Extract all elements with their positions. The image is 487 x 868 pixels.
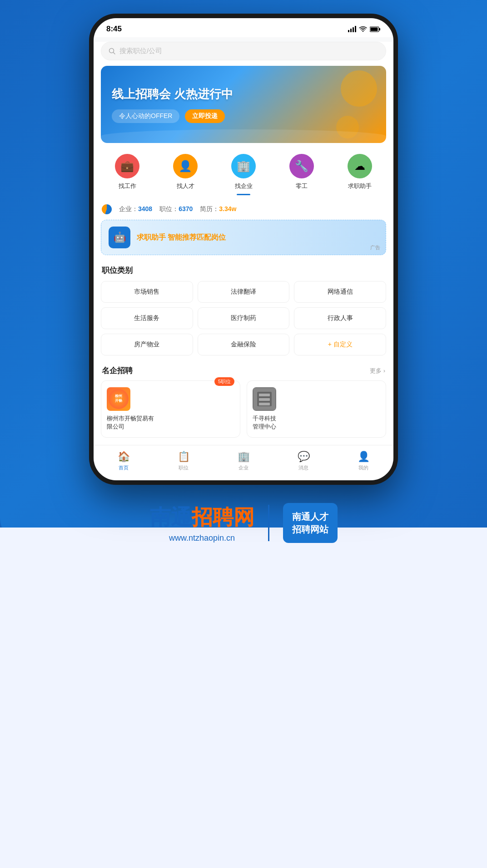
banner-wave xyxy=(101,129,386,143)
bottom-branding: 南通招聘网 www.ntzhaopin.cn 南通人才 招聘网站 xyxy=(150,503,338,543)
find-talent-label: 找人才 xyxy=(177,182,194,190)
nav-home[interactable]: 🏠 首页 xyxy=(118,451,130,471)
find-talent-icon: 👤 xyxy=(173,154,198,178)
home-icon: 🏠 xyxy=(118,451,130,463)
active-indicator xyxy=(237,194,250,195)
companies-header: 名企招聘 更多 › xyxy=(94,362,393,380)
job-assistant-icon: ☁ xyxy=(348,154,372,178)
battery-icon xyxy=(370,26,381,32)
icon-find-talent[interactable]: 👤 找人才 xyxy=(167,154,204,195)
companies-more-button[interactable]: 更多 › xyxy=(370,367,385,375)
svg-rect-13 xyxy=(259,403,270,405)
enterprise-nav-icon: 🏢 xyxy=(238,451,250,463)
company-logo-2 xyxy=(253,387,276,411)
brand-name-part1: 南通 xyxy=(150,503,192,532)
svg-text:柳州: 柳州 xyxy=(114,394,122,398)
status-time: 8:45 xyxy=(106,25,122,34)
banner-subtitle-text: 令人心动的OFFER xyxy=(112,109,179,123)
nav-profile[interactable]: 👤 我的 xyxy=(358,451,370,471)
company-logo-1: 柳州 开畅 xyxy=(107,387,130,411)
search-bar[interactable]: 搜索职位/公司 xyxy=(101,42,386,60)
ai-robot-icon: 🤖 xyxy=(109,227,130,248)
svg-rect-3 xyxy=(371,27,378,31)
part-time-label: 零工 xyxy=(296,182,308,190)
company-name-2: 千寻科技管理中心 xyxy=(253,414,380,431)
banner-decoration xyxy=(341,70,377,107)
category-item[interactable]: 网络通信 xyxy=(294,281,386,303)
svg-line-5 xyxy=(114,52,115,54)
nav-positions[interactable]: 📋 职位 xyxy=(178,451,190,471)
find-enterprise-label: 找企业 xyxy=(235,182,253,190)
banner-title: 线上招聘会 火热进行中 xyxy=(112,86,375,102)
signal-icon xyxy=(348,26,356,32)
search-placeholder: 搜索职位/公司 xyxy=(119,47,162,55)
enterprise-stat: 企业：3408 xyxy=(119,205,152,213)
nav-enterprise[interactable]: 🏢 企业 xyxy=(238,451,250,471)
companies-section-title: 名企招聘 xyxy=(102,365,133,376)
profile-icon: 👤 xyxy=(358,451,370,463)
company-name-1: 柳州市开畅贸易有限公司 xyxy=(107,414,234,431)
company-logo-img-2 xyxy=(253,387,276,411)
icon-part-time[interactable]: 🔧 零工 xyxy=(283,154,320,195)
category-item[interactable]: 医疗制药 xyxy=(198,307,290,329)
phone-frame: 8:45 xyxy=(89,14,398,485)
brand-left: 南通招聘网 www.ntzhaopin.cn xyxy=(150,503,254,543)
phone-content: 搜索职位/公司 线上招聘会 火热进行中 令人心动的OFFER 立即投递 xyxy=(94,37,393,445)
category-item[interactable]: 房产物业 xyxy=(101,334,193,355)
svg-point-0 xyxy=(363,31,363,32)
status-icons xyxy=(348,26,381,32)
status-bar: 8:45 xyxy=(94,18,393,37)
categories-section-title: 职位类别 xyxy=(94,261,393,281)
category-custom-item[interactable]: + 自定义 xyxy=(294,334,386,355)
category-grid: 市场销售 法律翻译 网络通信 生活服务 医疗制药 行政人事 房产物业 金融保险 … xyxy=(94,281,393,362)
icon-find-enterprise[interactable]: 🏢 找企业 xyxy=(225,154,262,195)
category-item[interactable]: 金融保险 xyxy=(198,334,290,355)
icon-grid: 💼 找工作 👤 找人才 🏢 找企业 🔧 零工 xyxy=(94,150,393,201)
company-card-2[interactable]: 千寻科技管理中心 xyxy=(247,380,386,438)
chevron-right-icon: › xyxy=(383,367,385,374)
category-item[interactable]: 生活服务 xyxy=(101,307,193,329)
phone-mockup: 8:45 xyxy=(89,14,398,485)
nav-messages[interactable]: 💬 消息 xyxy=(298,451,310,471)
svg-rect-2 xyxy=(379,28,380,30)
icon-find-job[interactable]: 💼 找工作 xyxy=(109,154,145,195)
company-logo-img-1: 柳州 开畅 xyxy=(107,387,130,411)
job-assistant-label: 求职助手 xyxy=(348,182,372,190)
icon-job-assistant[interactable]: ☁ 求职助手 xyxy=(342,154,378,195)
nav-positions-label: 职位 xyxy=(179,464,189,471)
ai-banner[interactable]: 🤖 求职助手 智能推荐匹配岗位 广告 xyxy=(101,220,386,255)
find-job-icon: 💼 xyxy=(115,154,139,178)
brand-badge-line2: 招聘网站 xyxy=(292,523,328,536)
svg-text:开畅: 开畅 xyxy=(114,399,122,403)
brand-badge-line1: 南通人才 xyxy=(292,510,328,523)
stats-row: 企业：3408 职位：6370 简历：3.34w xyxy=(94,201,393,220)
find-enterprise-icon: 🏢 xyxy=(231,154,256,178)
brand-divider xyxy=(268,505,269,541)
positions-icon: 📋 xyxy=(178,451,190,463)
bottom-nav: 🏠 首页 📋 职位 🏢 企业 💬 消息 👤 我的 xyxy=(94,445,393,480)
ai-title: 求职助手 智能推荐匹配岗位 xyxy=(137,233,226,242)
ai-banner-text: 求职助手 智能推荐匹配岗位 xyxy=(137,233,226,242)
brand-badge: 南通人才 招聘网站 xyxy=(283,503,338,543)
companies-row: 5职位 xyxy=(94,380,393,445)
company-card-1[interactable]: 5职位 xyxy=(101,380,240,438)
phone-scroll: 搜索职位/公司 线上招聘会 火热进行中 令人心动的OFFER 立即投递 xyxy=(94,42,393,445)
banner-subtitle: 令人心动的OFFER 立即投递 xyxy=(112,109,375,123)
position-stat: 职位：6370 xyxy=(159,205,193,213)
category-item[interactable]: 法律翻译 xyxy=(198,281,290,303)
banner-cta-button[interactable]: 立即投递 xyxy=(185,109,225,123)
brand-url: www.ntzhaopin.cn xyxy=(150,533,254,543)
brand-name-part2: 招聘网 xyxy=(192,503,254,532)
stats-logo xyxy=(102,204,112,214)
wifi-icon xyxy=(359,26,367,32)
search-icon xyxy=(109,48,116,55)
nav-messages-label: 消息 xyxy=(298,464,308,471)
messages-icon: 💬 xyxy=(298,451,310,463)
company-badge-1: 5职位 xyxy=(214,377,234,386)
category-item[interactable]: 行政人事 xyxy=(294,307,386,329)
find-job-label: 找工作 xyxy=(119,182,136,190)
banner[interactable]: 线上招聘会 火热进行中 令人心动的OFFER 立即投递 xyxy=(101,66,386,143)
part-time-icon: 🔧 xyxy=(289,154,314,178)
category-item[interactable]: 市场销售 xyxy=(101,281,193,303)
brand-name: 南通招聘网 xyxy=(150,503,254,532)
